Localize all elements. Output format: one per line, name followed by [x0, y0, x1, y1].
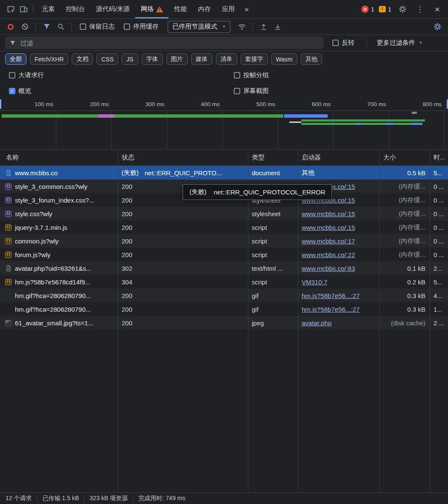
error-count-badge[interactable]: × 1	[361, 6, 374, 13]
tab-console[interactable]: 控制台	[60, 0, 90, 18]
group-by-frame-checkbox[interactable]: 按帧分组	[234, 71, 444, 79]
cell-type: stylesheet	[248, 207, 298, 220]
settings-gear-icon[interactable]	[396, 3, 409, 16]
request-name: jquery-3.7.1.min.js	[15, 224, 67, 231]
file-stylesheet-icon: {}	[5, 197, 12, 203]
disable-cache-checkbox[interactable]: 停用缓存	[124, 23, 159, 31]
type-filter-wasm[interactable]: Wasm	[271, 53, 297, 65]
col-header-initiator[interactable]: 启动器	[298, 150, 379, 165]
overview-bar	[410, 123, 422, 125]
tab-sources[interactable]: 源代码/来源	[90, 0, 135, 18]
request-name: style_3_forum_index.css?...	[15, 197, 94, 204]
col-header-name[interactable]: 名称	[0, 150, 118, 165]
file-script-icon: ()	[5, 279, 12, 285]
transferred-size: 已传输 1.5 kB	[42, 495, 79, 502]
issue-count-badge[interactable]: ! 1	[379, 6, 391, 13]
preserve-log-checkbox[interactable]: 保留日志	[80, 23, 115, 31]
more-filters-button[interactable]: 更多过滤条件 ▼	[377, 39, 422, 47]
type-filter-js[interactable]: JS	[122, 53, 138, 65]
overview-panel[interactable]: 100 ms200 ms300 ms400 ms500 ms600 ms700 …	[0, 99, 448, 150]
tab-memory[interactable]: 内存	[192, 0, 216, 18]
record-button[interactable]	[4, 20, 17, 33]
status-code: 200	[122, 238, 132, 245]
initiator-link[interactable]: www.mcbbs.co/:15	[302, 224, 355, 231]
overview-bar	[412, 112, 417, 114]
type-filter-manifest[interactable]: 清单	[216, 53, 237, 65]
overview-tick-label: 700 ms	[350, 101, 386, 107]
network-settings-gear-icon[interactable]	[431, 20, 444, 33]
checkbox-unchecked-icon	[80, 23, 86, 30]
col-header-time[interactable]: 时...	[430, 150, 448, 165]
type-filter-media[interactable]: 媒体	[191, 53, 212, 65]
toolbar-divider	[33, 5, 33, 13]
tab-network[interactable]: 网络	[135, 0, 169, 18]
initiator-link[interactable]: avatar.php	[302, 319, 332, 327]
cell-type: gif	[248, 289, 298, 302]
kebab-menu-icon[interactable]: ⋮	[413, 3, 426, 16]
type-filter-socket[interactable]: 套接字	[241, 53, 268, 65]
status-code: 200	[122, 319, 132, 327]
throttling-dropdown[interactable]: 已停用节流模式 ▼	[168, 21, 230, 33]
more-tabs-button[interactable]: »	[240, 5, 253, 14]
close-icon[interactable]: ×	[431, 3, 444, 16]
initiator-link[interactable]: www.mcbbs.co/:15	[302, 210, 355, 217]
col-header-type[interactable]: 类型	[248, 150, 298, 165]
filter-funnel-icon[interactable]	[40, 20, 53, 33]
initiator-link[interactable]: www.mcbbs.co/:17	[302, 238, 355, 245]
tooltip-status: (失败)	[189, 188, 207, 196]
cell-size: 0.3 kB	[379, 289, 430, 302]
screenshots-checkbox[interactable]: 屏幕截图	[234, 87, 444, 95]
search-icon[interactable]	[54, 20, 67, 33]
tab-elements[interactable]: 元素	[36, 0, 60, 18]
table-row[interactable]: hm.gif?hca=2806280790...200gifhm.js?58b7…	[0, 289, 448, 302]
table-row[interactable]: ()hm.js?58b7e5678cd14f9...304scriptVM310…	[0, 275, 448, 289]
table-row[interactable]: www.mcbbs.co(失败)net::ERR_QUIC_PROTO...do…	[0, 166, 448, 180]
filter-input-box[interactable]	[5, 37, 323, 49]
table-row[interactable]: {}style.css?wly200stylesheetwww.mcbbs.co…	[0, 207, 448, 220]
export-har-icon[interactable]	[271, 20, 284, 33]
cell-type: document	[248, 166, 298, 180]
type-filter-img[interactable]: 图片	[166, 53, 188, 65]
import-har-icon[interactable]	[257, 20, 270, 33]
cell-size: (内存缓...	[379, 234, 430, 248]
table-row[interactable]: avatar.php?uid=63261&s...302text/html ..…	[0, 261, 448, 275]
table-row[interactable]: ()jquery-3.7.1.min.js200scriptwww.mcbbs.…	[0, 220, 448, 234]
network-conditions-icon[interactable]	[236, 20, 248, 33]
table-row[interactable]: 61_avatar_small.jpg?ts=1...200jpegavatar…	[0, 316, 448, 330]
throttling-value: 已停用节流模式	[172, 23, 217, 31]
cell-time: 2...	[430, 261, 448, 275]
initiator-link[interactable]: www.mcbbs.co/:83	[302, 265, 355, 272]
type-filter-doc[interactable]: 文档	[72, 53, 93, 65]
initiator-link[interactable]: www.mcbbs.co/:22	[302, 251, 355, 258]
invert-filter-checkbox[interactable]: 反转	[332, 39, 355, 47]
cell-time: 0 ...	[430, 193, 448, 207]
inspect-element-icon[interactable]	[4, 3, 17, 16]
clear-network-log-button[interactable]	[18, 20, 31, 33]
initiator-link[interactable]: hm.js?58b7e56...:27	[302, 306, 360, 313]
type-filter-css[interactable]: CSS	[96, 53, 118, 65]
initiator-link[interactable]: VM310:7	[302, 278, 327, 286]
cell-time: 0 ...	[430, 234, 448, 248]
device-toolbar-icon[interactable]	[17, 3, 30, 16]
type-filter-all[interactable]: 全部	[5, 53, 26, 65]
statusbar-divider	[84, 495, 84, 502]
type-filter-font[interactable]: 字体	[142, 53, 163, 65]
col-header-status[interactable]: 状态	[118, 150, 248, 165]
cell-name: avatar.php?uid=63261&s...	[0, 261, 118, 275]
initiator-link[interactable]: hm.js?58b7e56...:27	[302, 292, 360, 299]
overview-checkbox[interactable]: 概览	[9, 87, 226, 95]
type-filter-fetch-xhr[interactable]: Fetch/XHR	[30, 53, 68, 65]
big-request-rows-checkbox[interactable]: 大请求行	[9, 71, 226, 79]
col-header-size[interactable]: 大小	[379, 150, 430, 165]
table-row[interactable]: hm.gif?hca=2806280790...200gifhm.js?58b7…	[0, 302, 448, 316]
status-code: 302	[122, 265, 132, 272]
filter-input[interactable]	[20, 39, 319, 47]
table-row[interactable]: ()forum.js?wly200scriptwww.mcbbs.co/:22(…	[0, 248, 448, 261]
tab-performance[interactable]: 性能	[169, 0, 192, 18]
tab-label: 性能	[174, 5, 187, 13]
network-warning-icon	[156, 6, 163, 12]
status-code: 200	[122, 251, 132, 258]
tab-application[interactable]: 应用	[216, 0, 240, 18]
table-row[interactable]: ()common.js?wly200scriptwww.mcbbs.co/:17…	[0, 234, 448, 248]
type-filter-other[interactable]: 其他	[301, 53, 322, 65]
